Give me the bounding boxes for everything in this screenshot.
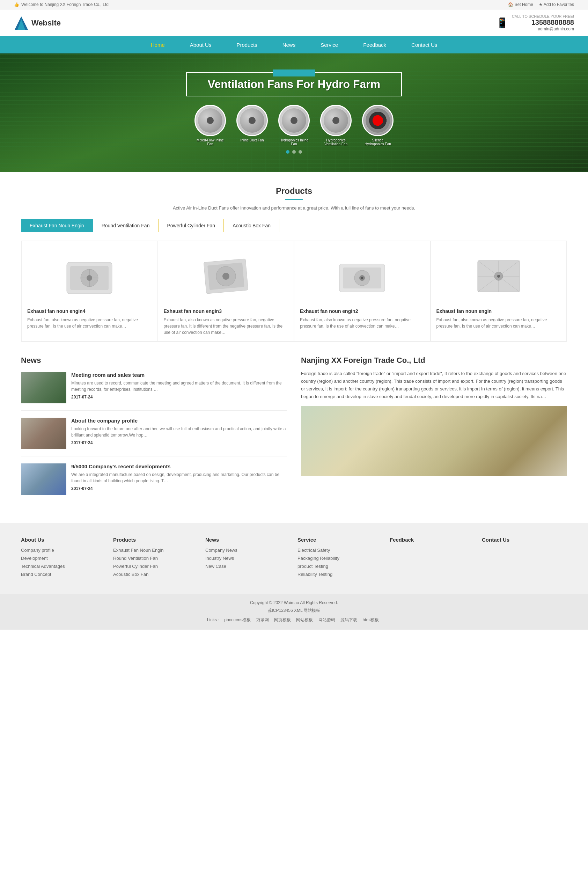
footer-col-feedback: Feedback xyxy=(390,537,475,580)
about-title: Nanjing XX Foreign Trade Co., Ltd xyxy=(301,356,567,365)
footer-link-pbootcms[interactable]: pbootcms模板 xyxy=(224,618,251,622)
fan-label-3: Hydroponics Inline Fan xyxy=(278,138,310,146)
nav-service[interactable]: Service xyxy=(308,36,351,53)
products-underline xyxy=(285,199,303,200)
thumb-icon: 👍 xyxy=(14,2,19,7)
top-bar: 👍 Welcome to Nanjing XX Foreign Trade Co… xyxy=(0,0,588,9)
hero-fan-2: Inline Duct Fan xyxy=(237,105,268,146)
footer-col-news: News Company News Industry News New Case xyxy=(205,537,291,580)
nav-about[interactable]: About Us xyxy=(177,36,224,53)
product-fan-svg-3 xyxy=(336,255,388,297)
products-title: Products xyxy=(21,186,567,196)
set-home-link[interactable]: 🏠 Set Home xyxy=(508,2,533,7)
product-desc-1: Exhaust fan, also known as negative pres… xyxy=(27,317,152,329)
footer-link-product-testing[interactable]: product Testing xyxy=(297,564,383,569)
nav-products[interactable]: Products xyxy=(224,36,270,53)
product-desc-4: Exhaust fan, also known as negative pres… xyxy=(436,317,561,329)
news-summary-2: Looking forward to the future one after … xyxy=(71,426,287,438)
footer-bottom: Copyright © 2022 Waimao All Rights Reser… xyxy=(0,593,588,630)
footer-link-cylinder[interactable]: Powerful Cylinder Fan xyxy=(113,564,198,569)
footer-link-packaging[interactable]: Packaging Reliability xyxy=(297,556,383,561)
fan-circle-5 xyxy=(362,105,394,136)
footer-link-website-tmpl[interactable]: 网站模板 xyxy=(296,618,313,622)
footer-link-acoustic[interactable]: Acoustic Box Fan xyxy=(113,572,198,577)
news-thumb-3 xyxy=(21,464,66,495)
footer-link-html[interactable]: html模板 xyxy=(362,618,379,622)
call-label: CALL TO SCHEDULE YOUR FREE! xyxy=(512,14,574,18)
tab-cylinder[interactable]: Powerful Cylinder Fan xyxy=(158,219,224,232)
tab-acoustic[interactable]: Acoustic Box Fan xyxy=(224,219,279,232)
hero-fan-4: Hydroponics Ventilation Fan xyxy=(320,105,351,146)
footer-link-reliability[interactable]: Reliability Testing xyxy=(297,572,383,577)
hero-fan-5: Silence Hydroponics Fan xyxy=(362,105,394,146)
footer-link-brand[interactable]: Brand Concept xyxy=(21,572,106,577)
footer-link-electrical[interactable]: Electrical Safety xyxy=(297,548,383,553)
news-date-1: 2017-07-24 xyxy=(71,395,287,400)
header-phone: 13588888888 xyxy=(512,18,574,27)
footer-links-label: Links： xyxy=(207,618,221,622)
hero-banner: Ventilation Fans For Hydro Farm Mixed-Fl… xyxy=(0,53,588,172)
footer-col-contact: Contact Us xyxy=(482,537,567,580)
product-card-2: Exhaust fan noun engin3 Exhaust fan, als… xyxy=(158,241,294,341)
footer-icp: 苏ICP123456 XML 网站模板 xyxy=(14,607,574,615)
dot-3[interactable] xyxy=(299,150,302,154)
footer-col-products: Products Exhaust Fan Noun Engin Round Ve… xyxy=(113,537,198,580)
footer-link-round[interactable]: Round Ventilation Fan xyxy=(113,556,198,561)
tab-round[interactable]: Round Ventilation Fan xyxy=(93,219,158,232)
footer-link-source[interactable]: 网站源码 xyxy=(318,618,335,622)
news-date-2: 2017-07-24 xyxy=(71,440,287,445)
dot-1[interactable] xyxy=(286,150,289,154)
nav-feedback[interactable]: Feedback xyxy=(351,36,399,53)
hero-fans: Mixed-Flow Inline Fan Inline Duct Fan Hy… xyxy=(194,105,394,146)
about-image xyxy=(301,406,567,476)
footer-link-download[interactable]: 源码下载 xyxy=(341,618,357,622)
product-tabs: Exhaust Fan Noun Engin Round Ventilation… xyxy=(21,219,567,232)
footer-link-webpage[interactable]: 网页模板 xyxy=(274,618,291,622)
product-fan-svg-4 xyxy=(472,255,525,297)
nav-home[interactable]: Home xyxy=(138,36,177,53)
fan-label-4: Hydroponics Ventilation Fan xyxy=(320,138,351,146)
news-headline-1: Meeting room and sales team xyxy=(71,372,287,378)
footer-link-technical[interactable]: Technical Advantages xyxy=(21,564,106,569)
logo-text: Website xyxy=(32,18,61,27)
product-desc-3: Exhaust fan, also known as negative pres… xyxy=(300,317,425,329)
hero-title: Ventilation Fans For Hydro Farm xyxy=(208,78,380,91)
footer-col-service: Service Electrical Safety Packaging Reli… xyxy=(297,537,383,580)
news-thumb-img-1 xyxy=(21,372,66,403)
logo-icon xyxy=(14,16,29,30)
product-desc-2: Exhaust fan, also known as negative pres… xyxy=(164,317,288,335)
fan-circle-2 xyxy=(237,105,268,136)
fan-label-2: Inline Duct Fan xyxy=(240,138,264,142)
add-fav-link[interactable]: ★ Add to Favorites xyxy=(539,2,574,7)
phone-icon: 📱 xyxy=(496,17,508,29)
products-grid: Exhaust fan noun engin4 Exhaust fan, als… xyxy=(21,241,567,342)
news-item-1: Meeting room and sales team Minutes are … xyxy=(21,372,287,411)
product-img-1 xyxy=(27,248,152,304)
footer-link-wantiao[interactable]: 万条网 xyxy=(256,618,269,622)
product-name-3: Exhaust fan noun engin2 xyxy=(300,308,425,314)
news-date-3: 2017-07-24 xyxy=(71,486,287,491)
dot-2[interactable] xyxy=(292,150,296,154)
news-thumb-2 xyxy=(21,418,66,449)
tab-exhaust[interactable]: Exhaust Fan Noun Engin xyxy=(21,219,93,232)
footer-link-company-news[interactable]: Company News xyxy=(205,548,291,553)
footer-link-company-profile[interactable]: Company profile xyxy=(21,548,106,553)
product-card-1: Exhaust fan noun engin4 Exhaust fan, als… xyxy=(21,241,158,341)
hero-accent xyxy=(273,69,315,77)
footer-link-new-case[interactable]: New Case xyxy=(205,564,291,569)
product-name-4: Exhaust fan noun engin xyxy=(436,308,561,314)
footer-link-industry-news[interactable]: Industry News xyxy=(205,556,291,561)
footer-link-exhaust[interactable]: Exhaust Fan Noun Engin xyxy=(113,548,198,553)
svg-point-5 xyxy=(87,275,92,281)
nav-contact[interactable]: Contact Us xyxy=(399,36,450,53)
product-name-2: Exhaust fan noun engin3 xyxy=(164,308,288,314)
footer-link-development[interactable]: Development xyxy=(21,556,106,561)
footer-contact-title: Contact Us xyxy=(482,537,567,543)
logo[interactable]: Website xyxy=(14,16,61,30)
news-item-3: 9/5000 Company's recent developments We … xyxy=(21,464,287,502)
news-summary-1: Minutes are used to record, communicate … xyxy=(71,380,287,393)
nav-news[interactable]: News xyxy=(270,36,308,53)
footer-service-title: Service xyxy=(297,537,383,543)
fan-circle-4 xyxy=(320,105,351,136)
footer-main: About Us Company profile Development Tec… xyxy=(0,523,588,593)
